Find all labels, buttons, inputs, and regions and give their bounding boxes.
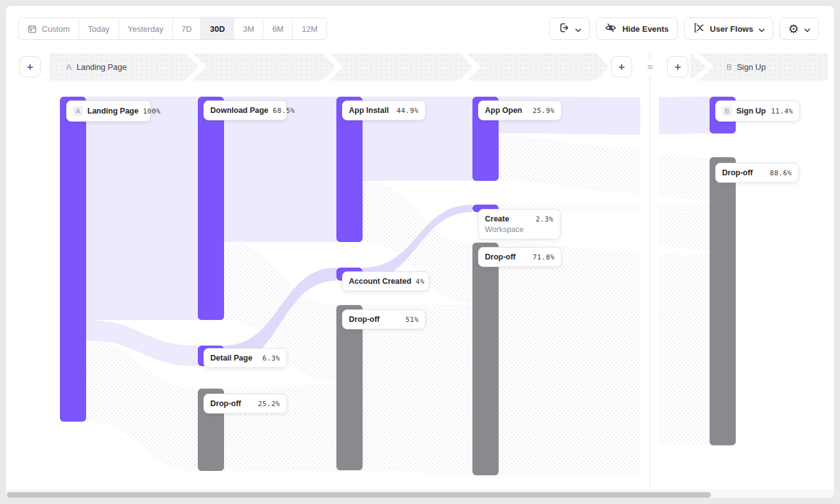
step-separator-chevron (459, 53, 481, 80)
node-percent: 88.6% (769, 169, 792, 177)
section-b-badge: B (726, 62, 732, 72)
step-separator-chevron (322, 53, 343, 80)
step-badge: B (722, 106, 732, 116)
node-label-drop-off-step-4[interactable]: Drop-off71.8% (478, 247, 562, 267)
flow-landing-page-to-download-page[interactable] (86, 97, 198, 320)
step-badge: A (73, 106, 83, 116)
node-name: Drop-off (485, 253, 515, 261)
flow-drop-off-step-3-to-drop-off-step-4[interactable] (363, 305, 472, 475)
add-step-before-b-button[interactable]: + (667, 56, 688, 77)
settings-button[interactable]: ⚙ (779, 17, 819, 40)
node-name-line2: Workspace (485, 225, 554, 234)
date-range-label: 6M (272, 24, 283, 34)
date-range-label: 12M (301, 24, 317, 34)
node-bar-drop-off-step-4[interactable] (472, 243, 499, 475)
node-percent: 4% (416, 278, 424, 286)
flow-section-b-to-drop-off-sign-up[interactable] (659, 155, 710, 200)
date-range-3m[interactable]: 3M (234, 18, 263, 39)
flows-icon (693, 22, 705, 36)
date-range-yesterday[interactable]: Yesterday (119, 18, 173, 39)
node-name: App Install (349, 106, 389, 115)
node-percent: 6.3% (263, 354, 281, 362)
node-percent: 2.3% (536, 215, 554, 223)
view-mode-button[interactable]: User Flows (684, 17, 773, 40)
flow-step-header: + A Landing Page + ≈ + B Sign Up (6, 53, 834, 80)
hide-events-label: Hide Events (622, 24, 668, 34)
section-a-badge: A (66, 62, 72, 72)
node-name: Detail Page (210, 354, 252, 362)
node-name: Drop-off (722, 168, 753, 177)
node-name: Create (485, 215, 509, 223)
node-label-drop-off-step-3[interactable]: Drop-off51% (342, 309, 426, 329)
node-name: Landing Page (87, 107, 139, 115)
date-range-today[interactable]: Today (79, 18, 119, 39)
node-bar-drop-off-step-3[interactable] (336, 305, 363, 470)
node-percent: 100% (143, 107, 161, 115)
date-range-6m[interactable]: 6M (263, 18, 293, 39)
date-range-7d[interactable]: 7D (173, 18, 202, 39)
node-label-app-install[interactable]: App Install44.9% (342, 100, 426, 120)
section-b-label: Sign Up (737, 62, 766, 72)
export-icon (558, 22, 570, 36)
eye-off-icon (605, 22, 617, 36)
node-percent: 71.8% (532, 253, 555, 261)
add-step-after-a-button[interactable]: + (611, 56, 632, 77)
node-bar-landing-page[interactable] (60, 97, 86, 422)
chevron-down-icon (759, 24, 764, 34)
node-label-drop-off-step-2[interactable]: Drop-off25.2% (203, 394, 287, 414)
step-separator-chevron (185, 53, 206, 80)
node-label-drop-off-sign-up[interactable]: Drop-off88.6% (715, 163, 799, 183)
section-b-strip[interactable]: B Sign Up (698, 53, 828, 80)
node-label-landing-page[interactable]: ALanding Page100% (66, 100, 151, 122)
export-button[interactable] (549, 17, 590, 40)
user-flows-panel: ALanding Page100%Download Page68.5%Detai… (5, 5, 835, 499)
date-range-label: Custom (42, 24, 70, 34)
node-name: Download Page (210, 106, 268, 115)
node-percent: 44.9% (396, 107, 419, 115)
node-name: Drop-off (349, 315, 379, 324)
flow-section-b-to-drop-off-sign-up[interactable] (659, 255, 710, 445)
horizontal-scrollbar-track[interactable] (6, 490, 834, 498)
date-range-selector: CustomTodayYesterday7D30D3M6M12M (18, 17, 327, 40)
hide-events-button[interactable]: Hide Events (596, 17, 677, 40)
section-a-strip[interactable]: A Landing Page (49, 53, 609, 80)
node-name: App Open (485, 106, 522, 115)
node-label-create-workspace[interactable]: Create2.3%Workspace (478, 209, 560, 240)
gear-icon: ⚙ (788, 23, 799, 35)
node-name: Sign Up (736, 107, 766, 115)
section-a-label: Landing Page (77, 62, 127, 72)
date-range-label: Today (88, 24, 110, 34)
chevron-down-icon (575, 24, 581, 34)
node-label-sign-up[interactable]: BSign Up11.4% (715, 100, 800, 122)
node-percent: 25.9% (532, 107, 555, 115)
node-name: Drop-off (210, 399, 241, 408)
date-range-label: 30D (210, 24, 225, 34)
date-range-12m[interactable]: 12M (293, 18, 326, 39)
section-divider (650, 53, 650, 492)
node-bar-drop-off-sign-up[interactable] (710, 157, 736, 445)
node-percent: 11.4% (771, 107, 793, 115)
chevron-down-icon (804, 24, 810, 34)
node-label-account-created[interactable]: Account Created4% (342, 271, 429, 291)
node-name: Account Created (349, 277, 411, 286)
node-label-app-open[interactable]: App Open25.9% (478, 100, 562, 120)
add-step-before-a-button[interactable]: + (19, 56, 41, 77)
node-percent: 25.2% (258, 400, 280, 408)
view-mode-label: User Flows (710, 24, 753, 34)
date-range-label: 3M (243, 24, 254, 34)
calendar-icon (27, 24, 37, 34)
node-percent: 51% (406, 316, 419, 324)
node-label-detail-page[interactable]: Detail Page6.3% (203, 348, 287, 368)
date-range-label: 7D (182, 24, 192, 34)
date-range-30d[interactable]: 30D (201, 18, 234, 39)
node-bar-download-page[interactable] (198, 97, 224, 320)
flow-section-b-to-sign-up[interactable] (659, 97, 710, 134)
flow-drop-off-step-4-to-section-b-dropoff[interactable] (499, 243, 640, 477)
flow-app-open-to-section-b-dropoff[interactable] (499, 137, 640, 193)
section-connector: ≈ (643, 60, 657, 75)
date-range-custom[interactable]: Custom (19, 18, 79, 39)
toolbar: CustomTodayYesterday7D30D3M6M12M (6, 17, 834, 40)
flow-section-b-to-drop-off-sign-up[interactable] (659, 203, 710, 250)
node-label-download-page[interactable]: Download Page68.5% (203, 100, 287, 120)
horizontal-scrollbar-thumb[interactable] (7, 492, 711, 498)
